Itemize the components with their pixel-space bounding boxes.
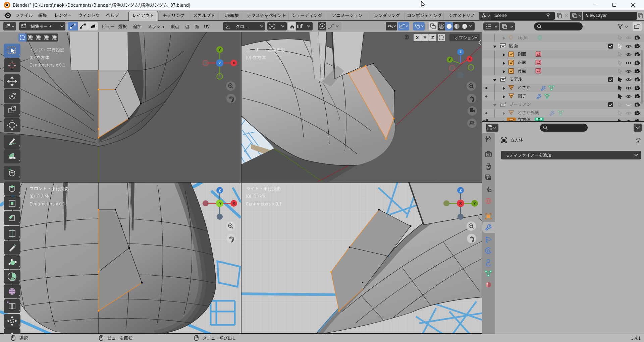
svg-text:X: X [416,35,419,40]
svg-text:Z: Z [460,50,462,54]
svg-text:X: X [232,201,235,205]
svg-text:X: X [232,61,235,65]
svg-text:Y: Y [424,35,427,40]
svg-text:Z: Z [219,188,221,192]
svg-text:X: X [468,57,471,61]
svg-text:Z: Z [431,35,434,40]
svg-text:Y: Y [473,201,476,205]
svg-text:X: X [459,201,462,205]
svg-text:-Y: -Y [218,201,222,205]
svg-text:Z: Z [460,188,462,192]
svg-text:Z: Z [219,61,221,65]
svg-text:Y: Y [448,58,451,62]
svg-text:Y: Y [218,48,221,52]
